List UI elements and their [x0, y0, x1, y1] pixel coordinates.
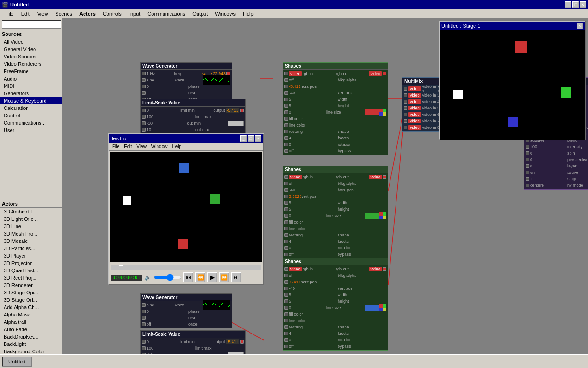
actor-3d-light-ori[interactable]: 3D Light Orie...: [0, 215, 62, 223]
actor-3d-renderer[interactable]: 3D Renderer: [0, 282, 62, 289]
phase-port-in[interactable]: [142, 85, 146, 88]
stage-window: Untitled : Stage 1 ×: [439, 21, 586, 140]
actor-3d-rect[interactable]: 3D Rect Proj...: [0, 274, 62, 282]
actor-backlight[interactable]: BackLight: [0, 340, 62, 348]
menu-input[interactable]: Input: [125, 10, 144, 17]
maximize-button[interactable]: □: [572, 1, 579, 8]
wave-port-in[interactable]: [142, 78, 146, 82]
main-layout: × ▶ Sources All Video General Video Vide…: [0, 18, 588, 368]
lim-min-port-out[interactable]: [240, 109, 244, 112]
testflip-menu-window[interactable]: Window: [149, 144, 170, 150]
actor-auto-fade[interactable]: Auto Fade: [0, 326, 62, 333]
actor-3d-particles[interactable]: 3D Particles...: [0, 245, 62, 252]
menu-file[interactable]: File: [2, 10, 17, 17]
app-icon: 🎬: [2, 2, 8, 8]
out-max-port-in[interactable]: [142, 128, 146, 132]
sidebar-item-audio[interactable]: Audio: [0, 75, 62, 82]
lim-max-port-in[interactable]: [142, 115, 146, 119]
menu-actors[interactable]: Actors: [76, 10, 99, 17]
testflip-menu-edit[interactable]: Edit: [122, 144, 134, 150]
testflip-window-controls: _ □ ×: [240, 135, 261, 142]
transport-end-button[interactable]: ⏭: [231, 272, 241, 282]
transport-play-button[interactable]: ▶: [207, 272, 217, 282]
actor-3d-mesh[interactable]: 3D Mesh Pro...: [0, 230, 62, 237]
actor-3d-stage-ori[interactable]: 3D Stage Ori...: [0, 296, 62, 304]
actor-3d-stage-opi[interactable]: 3D Stage Opi...: [0, 289, 62, 296]
color-picker-icon-2[interactable]: [379, 212, 386, 219]
testflip-menu-view[interactable]: View: [134, 144, 149, 150]
search-input[interactable]: [2, 20, 61, 29]
menu-windows[interactable]: Windows: [211, 10, 239, 17]
sidebar-item-calculation[interactable]: Calculation: [0, 104, 62, 112]
actor-3d-player[interactable]: 3D Player: [0, 252, 62, 259]
stage-canvas[interactable]: [440, 30, 585, 140]
menu-view[interactable]: View: [34, 10, 52, 17]
lim-min-port-in[interactable]: [142, 109, 146, 112]
sidebar-item-communications[interactable]: Communications...: [0, 119, 62, 126]
actor-alpha-trail[interactable]: Alpha trail: [0, 318, 62, 326]
volume-icon[interactable]: 🔈: [144, 273, 152, 282]
svg-rect-9: [383, 109, 386, 112]
freq-port-out[interactable]: [226, 72, 230, 75]
fill-color-swatch-2[interactable]: [365, 213, 379, 218]
color-picker-icon-1[interactable]: [379, 109, 386, 116]
out-min-value[interactable]: [228, 121, 244, 126]
testflip-menu-file[interactable]: File: [110, 144, 122, 150]
testflip-progress-bar[interactable]: [111, 265, 261, 270]
freq-port-in[interactable]: [142, 72, 146, 75]
testflip-shape-white: [123, 196, 131, 205]
testflip-progress-thumb[interactable]: [119, 265, 123, 270]
wave-generator-header: Wave Generator: [141, 63, 232, 70]
actor-backdropkey[interactable]: BackDropKey...: [0, 333, 62, 340]
sidebar-item-general-video[interactable]: General Video: [0, 46, 62, 53]
menu-output[interactable]: Output: [189, 10, 211, 17]
volume-slider[interactable]: [154, 275, 181, 280]
sidebar-item-mouse-keyboard[interactable]: Mouse & Keyboard: [0, 97, 62, 104]
transport-rewind-button[interactable]: ⏮: [183, 272, 193, 282]
testflip-minimize-button[interactable]: _: [240, 135, 247, 142]
fill-color-swatch-1[interactable]: [365, 109, 379, 115]
sidebar-item-freeframe[interactable]: FreeFrame: [0, 68, 62, 75]
color-picker-icon-3[interactable]: [379, 304, 386, 311]
actor-3d-mosaic[interactable]: 3D Mosaic: [0, 237, 62, 245]
menu-communications[interactable]: Communications: [144, 10, 189, 17]
menu-controls[interactable]: Controls: [99, 10, 125, 17]
testflip-time-display: 0:00:00:01: [111, 275, 142, 281]
close-button[interactable]: ×: [580, 1, 586, 8]
node-canvas[interactable]: Wave Generator 1 Hz freq value 22.943 si…: [62, 18, 588, 368]
actor-3d-line[interactable]: 3D Line: [0, 223, 62, 230]
menu-help[interactable]: Help: [239, 10, 257, 17]
sidebar-item-video-sources[interactable]: Video Sources: [0, 53, 62, 60]
out-min-port-in[interactable]: [142, 121, 146, 125]
sidebar-item-all-video[interactable]: All Video: [0, 38, 62, 46]
limit-min-row: 0 limit min output -5.411: [141, 107, 245, 114]
actor-alpha-mask[interactable]: Alpha Mask ...: [0, 311, 62, 318]
actor-3d-projector[interactable]: 3D Projector: [0, 259, 62, 267]
minimize-button[interactable]: _: [565, 1, 571, 8]
svg-rect-8: [379, 109, 383, 112]
sidebar-item-generators[interactable]: Generators: [0, 90, 62, 97]
actor-add-alpha[interactable]: Add Alpha Ch...: [0, 304, 62, 311]
reset-port-in[interactable]: [142, 91, 146, 95]
actor-3d-ambient[interactable]: 3D Ambient L...: [0, 208, 62, 215]
menu-scenes[interactable]: Scenes: [51, 10, 76, 17]
testflip-close-button[interactable]: ×: [255, 135, 261, 142]
sidebar-item-midi[interactable]: MIDI: [0, 82, 62, 90]
fill-color-swatch-3[interactable]: [365, 305, 379, 310]
testflip-canvas[interactable]: [110, 152, 262, 262]
menu-edit[interactable]: Edit: [17, 10, 34, 17]
stage-close-button[interactable]: ×: [577, 23, 583, 29]
stage-shape-white: [453, 90, 463, 99]
taskbar-untitled-button[interactable]: Untitled: [2, 356, 32, 367]
wave-generator-node: Wave Generator 1 Hz freq value 22.943 si…: [140, 62, 232, 104]
transport-back-button[interactable]: ⏪: [195, 272, 205, 282]
actor-3d-quad[interactable]: 3D Quad Dist...: [0, 267, 62, 274]
testflip-maximize-button[interactable]: □: [248, 135, 254, 142]
transport-forward-button[interactable]: ⏩: [219, 272, 229, 282]
svg-rect-17: [383, 304, 386, 308]
sidebar-item-video-renderers[interactable]: Video Renderers: [0, 60, 62, 68]
sidebar-item-user[interactable]: User: [0, 126, 62, 134]
svg-rect-10: [379, 112, 383, 116]
sidebar-item-control[interactable]: Control: [0, 112, 62, 119]
testflip-menu-help[interactable]: Help: [170, 144, 184, 150]
